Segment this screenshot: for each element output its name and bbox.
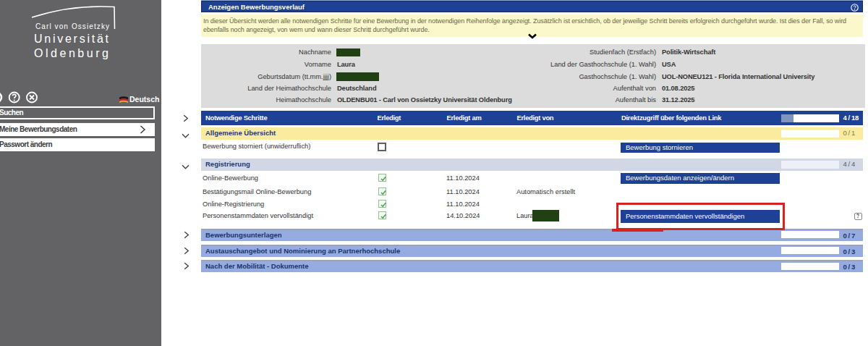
svg-text:Universität: Universität [34,33,109,45]
svg-text:Oldenburg: Oldenburg [34,47,109,59]
svg-text:Carl von Ossietzky: Carl von Ossietzky [35,22,109,30]
